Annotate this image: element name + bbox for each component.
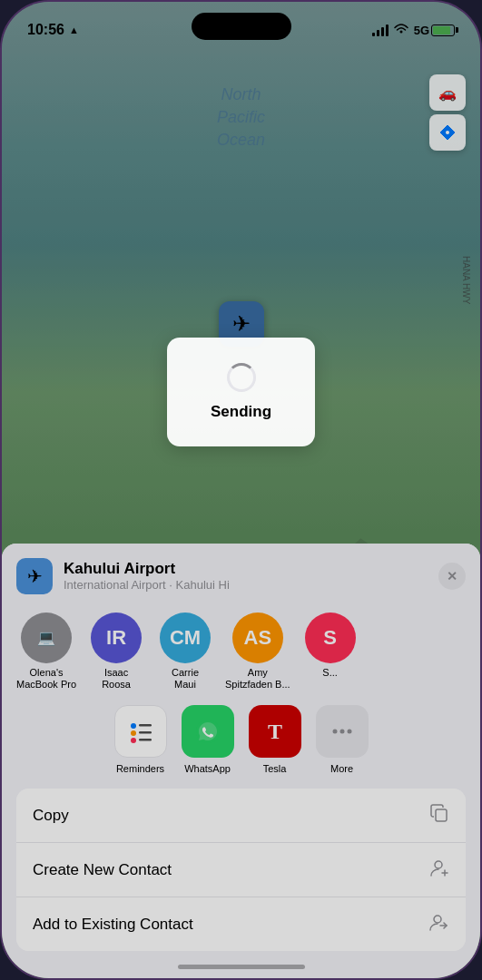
sending-overlay: Sending <box>2 2 480 978</box>
spinner <box>227 363 256 392</box>
phone-frame: NorthPacificOcean HANA HWY 10:56 ▲ <box>0 0 482 980</box>
sending-dialog: Sending <box>167 338 315 446</box>
sending-text: Sending <box>211 403 271 421</box>
